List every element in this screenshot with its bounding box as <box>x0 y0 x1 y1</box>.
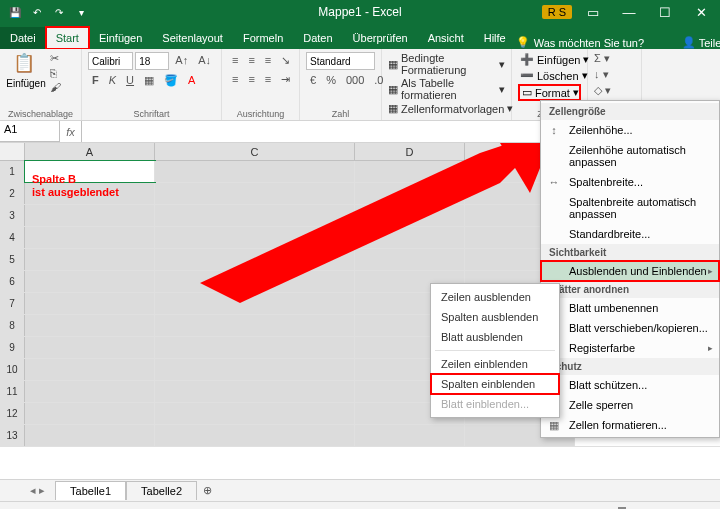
tab-view[interactable]: Ansicht <box>418 27 474 49</box>
cell[interactable] <box>25 271 155 292</box>
format-as-table-button[interactable]: ▦Als Tabelle formatieren ▾ <box>388 77 505 101</box>
number-format-select[interactable]: Standard <box>306 52 375 70</box>
tab-file[interactable]: Datei <box>0 27 46 49</box>
ctx-hide-rows[interactable]: Zeilen ausblenden <box>431 287 559 307</box>
autosum-icon[interactable]: Σ ▾ <box>594 52 635 65</box>
cell[interactable] <box>155 293 355 314</box>
ctx-show-rows[interactable]: Zeilen einblenden <box>431 354 559 374</box>
cell[interactable] <box>25 205 155 226</box>
cell[interactable] <box>25 381 155 402</box>
align-left-icon[interactable]: ≡ <box>228 71 242 88</box>
align-mid-icon[interactable]: ≡ <box>244 52 258 69</box>
fm-colwidth[interactable]: ↔Spaltenbreite... <box>541 172 719 192</box>
cell[interactable] <box>155 315 355 336</box>
italic-icon[interactable]: K <box>105 72 120 89</box>
conditional-formatting-button[interactable]: ▦Bedingte Formatierung ▾ <box>388 52 505 76</box>
border-icon[interactable]: ▦ <box>140 72 158 89</box>
save-icon[interactable]: 💾 <box>8 5 22 19</box>
percent-icon[interactable]: % <box>322 72 340 88</box>
col-header-c[interactable]: C <box>155 143 355 160</box>
cell[interactable] <box>155 425 355 446</box>
view-normal-icon[interactable]: ▦ <box>490 504 512 510</box>
shrink-font-icon[interactable]: A↓ <box>194 52 215 70</box>
cell[interactable] <box>155 271 355 292</box>
sheet-tab-2[interactable]: Tabelle2 <box>126 481 197 500</box>
cell[interactable] <box>25 403 155 424</box>
copy-icon[interactable]: ⎘ <box>50 67 61 79</box>
sheet-tab-1[interactable]: Tabelle1 <box>55 481 126 500</box>
align-bot-icon[interactable]: ≡ <box>261 52 275 69</box>
cell[interactable] <box>25 425 155 446</box>
orientation-icon[interactable]: ↘ <box>277 52 294 69</box>
row-header[interactable]: 8 <box>0 315 25 336</box>
align-center-icon[interactable]: ≡ <box>244 71 258 88</box>
cell-styles-button[interactable]: ▦Zellenformatvorlagen ▾ <box>388 102 505 115</box>
row-header[interactable]: 13 <box>0 425 25 446</box>
cell[interactable] <box>25 161 155 182</box>
cell[interactable] <box>355 425 465 446</box>
row-header[interactable]: 11 <box>0 381 25 402</box>
redo-icon[interactable]: ↷ <box>52 5 66 19</box>
qat-dropdown-icon[interactable]: ▾ <box>74 5 88 19</box>
cell[interactable] <box>25 337 155 358</box>
cell[interactable] <box>155 183 355 204</box>
tell-me-search[interactable]: 💡Was möchten Sie tun? <box>516 36 676 49</box>
row-header[interactable]: 7 <box>0 293 25 314</box>
row-header[interactable]: 5 <box>0 249 25 270</box>
fill-color-icon[interactable]: 🪣 <box>160 72 182 89</box>
tab-layout[interactable]: Seitenlayout <box>152 27 233 49</box>
view-pagelayout-icon[interactable]: ▤ <box>512 504 534 510</box>
font-color-icon[interactable]: A <box>184 72 199 89</box>
name-box[interactable]: A1 <box>0 121 60 142</box>
row-header[interactable]: 1 <box>0 161 25 182</box>
cell[interactable] <box>155 227 355 248</box>
ctx-hide-cols[interactable]: Spalten ausblenden <box>431 307 559 327</box>
user-badge[interactable]: R S <box>542 5 572 19</box>
cell[interactable] <box>355 183 465 204</box>
ctx-show-cols[interactable]: Spalten einblenden <box>431 374 559 394</box>
align-top-icon[interactable]: ≡ <box>228 52 242 69</box>
fm-rowheight[interactable]: ↕Zeilenhöhe... <box>541 120 719 140</box>
cell[interactable] <box>155 161 355 182</box>
cell[interactable] <box>355 227 465 248</box>
cell[interactable] <box>155 403 355 424</box>
cell[interactable] <box>155 205 355 226</box>
grow-font-icon[interactable]: A↑ <box>171 52 192 70</box>
view-pagebreak-icon[interactable]: ▯ <box>534 504 556 510</box>
cell[interactable] <box>25 293 155 314</box>
format-cells-button[interactable]: ▭Format ▾ <box>518 84 581 101</box>
fm-movecopy[interactable]: Blatt verschieben/kopieren... <box>541 318 719 338</box>
fm-tabcolor[interactable]: Registerfarbe <box>541 338 719 358</box>
maximize-icon[interactable]: ☐ <box>650 0 680 24</box>
row-header[interactable]: 9 <box>0 337 25 358</box>
row-header[interactable]: 4 <box>0 227 25 248</box>
clear-icon[interactable]: ◇ ▾ <box>594 84 635 97</box>
ctx-hide-sheet[interactable]: Blatt ausblenden <box>431 327 559 347</box>
fm-hideshow[interactable]: Ausblenden und Einblenden <box>541 261 719 281</box>
cell[interactable] <box>355 161 465 182</box>
tab-data[interactable]: Daten <box>293 27 342 49</box>
cell[interactable] <box>155 249 355 270</box>
sheet-nav[interactable]: ◂ ▸ <box>30 484 45 497</box>
close-icon[interactable]: ✕ <box>686 0 716 24</box>
row-header[interactable]: 10 <box>0 359 25 380</box>
font-size-select[interactable]: 18 <box>135 52 169 70</box>
tab-help[interactable]: Hilfe <box>474 27 516 49</box>
share-button[interactable]: 👤Teilen <box>682 36 720 49</box>
fx-icon[interactable]: fx <box>60 121 82 142</box>
col-header-d[interactable]: D <box>355 143 465 160</box>
fm-lockcell[interactable]: 🔒Zelle sperren <box>541 395 719 415</box>
paste-button[interactable]: 📋 Einfügen <box>6 52 46 107</box>
bold-icon[interactable]: F <box>88 72 103 89</box>
delete-cells-button[interactable]: ➖Löschen ▾ <box>518 68 581 83</box>
cell[interactable] <box>25 183 155 204</box>
tab-formulas[interactable]: Formeln <box>233 27 293 49</box>
fm-formatcells[interactable]: ▦Zellen formatieren... <box>541 415 719 435</box>
row-header[interactable]: 6 <box>0 271 25 292</box>
minimize-icon[interactable]: — <box>614 0 644 24</box>
font-family-select[interactable]: Calibri <box>88 52 133 70</box>
cell[interactable] <box>355 249 465 270</box>
fill-icon[interactable]: ↓ ▾ <box>594 68 635 81</box>
row-header[interactable]: 2 <box>0 183 25 204</box>
fm-autocol[interactable]: Spaltenbreite automatisch anpassen <box>541 192 719 224</box>
